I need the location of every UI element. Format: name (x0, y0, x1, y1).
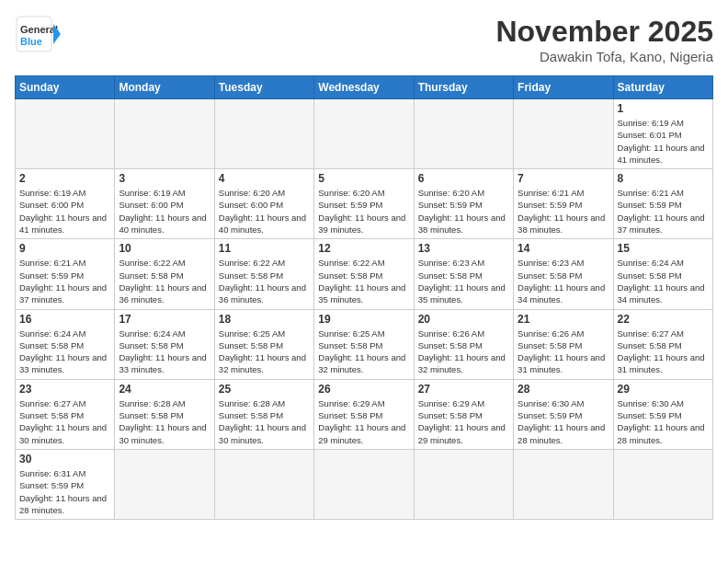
header-thursday: Thursday (414, 76, 513, 99)
empty-cell (115, 449, 214, 519)
header-monday: Monday (115, 76, 214, 99)
day-10: 10 Sunrise: 6:22 AM Sunset: 5:58 PM Dayl… (115, 239, 214, 309)
empty-cell (414, 99, 513, 169)
week-row-1: 1 Sunrise: 6:19 AM Sunset: 6:01 PM Dayli… (16, 99, 713, 169)
day-19: 19 Sunrise: 6:25 AM Sunset: 5:58 PM Dayl… (314, 309, 414, 379)
weekday-header-row: Sunday Monday Tuesday Wednesday Thursday… (16, 76, 713, 99)
day-3: 3 Sunrise: 6:19 AM Sunset: 6:00 PM Dayli… (115, 169, 214, 239)
day-2: 2 Sunrise: 6:19 AM Sunset: 6:00 PM Dayli… (16, 169, 115, 239)
empty-cell (314, 99, 414, 169)
header-wednesday: Wednesday (314, 76, 414, 99)
day-28: 28 Sunrise: 6:30 AM Sunset: 5:59 PM Dayl… (514, 379, 613, 449)
empty-cell (514, 449, 613, 519)
week-row-3: 9 Sunrise: 6:21 AM Sunset: 5:59 PM Dayli… (16, 239, 713, 309)
month-title: November 2025 (495, 15, 713, 49)
logo-icon: General Blue (15, 15, 61, 53)
day-16: 16 Sunrise: 6:24 AM Sunset: 5:58 PM Dayl… (16, 309, 115, 379)
svg-text:Blue: Blue (20, 36, 42, 47)
day-9: 9 Sunrise: 6:21 AM Sunset: 5:59 PM Dayli… (16, 239, 115, 309)
empty-cell (214, 99, 313, 169)
day-20: 20 Sunrise: 6:26 AM Sunset: 5:58 PM Dayl… (414, 309, 513, 379)
day-13: 13 Sunrise: 6:23 AM Sunset: 5:58 PM Dayl… (414, 239, 513, 309)
empty-cell (214, 449, 313, 519)
header-friday: Friday (514, 76, 613, 99)
day-27: 27 Sunrise: 6:29 AM Sunset: 5:58 PM Dayl… (414, 379, 513, 449)
header-tuesday: Tuesday (214, 76, 313, 99)
day-4: 4 Sunrise: 6:20 AM Sunset: 6:00 PM Dayli… (214, 169, 313, 239)
empty-cell (414, 449, 513, 519)
svg-text:General: General (20, 24, 58, 35)
empty-cell (314, 449, 414, 519)
day-6: 6 Sunrise: 6:20 AM Sunset: 5:59 PM Dayli… (414, 169, 513, 239)
header-sunday: Sunday (16, 76, 115, 99)
week-row-4: 16 Sunrise: 6:24 AM Sunset: 5:58 PM Dayl… (16, 309, 713, 379)
day-7: 7 Sunrise: 6:21 AM Sunset: 5:59 PM Dayli… (514, 169, 613, 239)
day-21: 21 Sunrise: 6:26 AM Sunset: 5:58 PM Dayl… (514, 309, 613, 379)
day-29: 29 Sunrise: 6:30 AM Sunset: 5:59 PM Dayl… (613, 379, 712, 449)
day-5: 5 Sunrise: 6:20 AM Sunset: 5:59 PM Dayli… (314, 169, 414, 239)
header-saturday: Saturday (613, 76, 712, 99)
week-row-6: 30 Sunrise: 6:31 AM Sunset: 5:59 PM Dayl… (16, 449, 713, 519)
day-18: 18 Sunrise: 6:25 AM Sunset: 5:58 PM Dayl… (214, 309, 313, 379)
calendar-table: Sunday Monday Tuesday Wednesday Thursday… (15, 75, 713, 520)
day-26: 26 Sunrise: 6:29 AM Sunset: 5:58 PM Dayl… (314, 379, 414, 449)
empty-cell (514, 99, 613, 169)
week-row-5: 23 Sunrise: 6:27 AM Sunset: 5:58 PM Dayl… (16, 379, 713, 449)
empty-cell (613, 449, 712, 519)
day-11: 11 Sunrise: 6:22 AM Sunset: 5:58 PM Dayl… (214, 239, 313, 309)
day-22: 22 Sunrise: 6:27 AM Sunset: 5:58 PM Dayl… (613, 309, 712, 379)
day-8: 8 Sunrise: 6:21 AM Sunset: 5:59 PM Dayli… (613, 169, 712, 239)
title-block: November 2025 Dawakin Tofa, Kano, Nigeri… (495, 15, 713, 64)
day-25: 25 Sunrise: 6:28 AM Sunset: 5:58 PM Dayl… (214, 379, 313, 449)
empty-cell (16, 99, 115, 169)
location: Dawakin Tofa, Kano, Nigeria (495, 49, 713, 64)
day-17: 17 Sunrise: 6:24 AM Sunset: 5:58 PM Dayl… (115, 309, 214, 379)
day-14: 14 Sunrise: 6:23 AM Sunset: 5:58 PM Dayl… (514, 239, 613, 309)
empty-cell (115, 99, 214, 169)
logo: General Blue (15, 15, 61, 53)
day-1: 1 Sunrise: 6:19 AM Sunset: 6:01 PM Dayli… (613, 99, 712, 169)
week-row-2: 2 Sunrise: 6:19 AM Sunset: 6:00 PM Dayli… (16, 169, 713, 239)
day-24: 24 Sunrise: 6:28 AM Sunset: 5:58 PM Dayl… (115, 379, 214, 449)
day-30: 30 Sunrise: 6:31 AM Sunset: 5:59 PM Dayl… (16, 449, 115, 519)
day-23: 23 Sunrise: 6:27 AM Sunset: 5:58 PM Dayl… (16, 379, 115, 449)
day-12: 12 Sunrise: 6:22 AM Sunset: 5:58 PM Dayl… (314, 239, 414, 309)
page-header: General Blue November 2025 Dawakin Tofa,… (15, 15, 713, 64)
day-15: 15 Sunrise: 6:24 AM Sunset: 5:58 PM Dayl… (613, 239, 712, 309)
